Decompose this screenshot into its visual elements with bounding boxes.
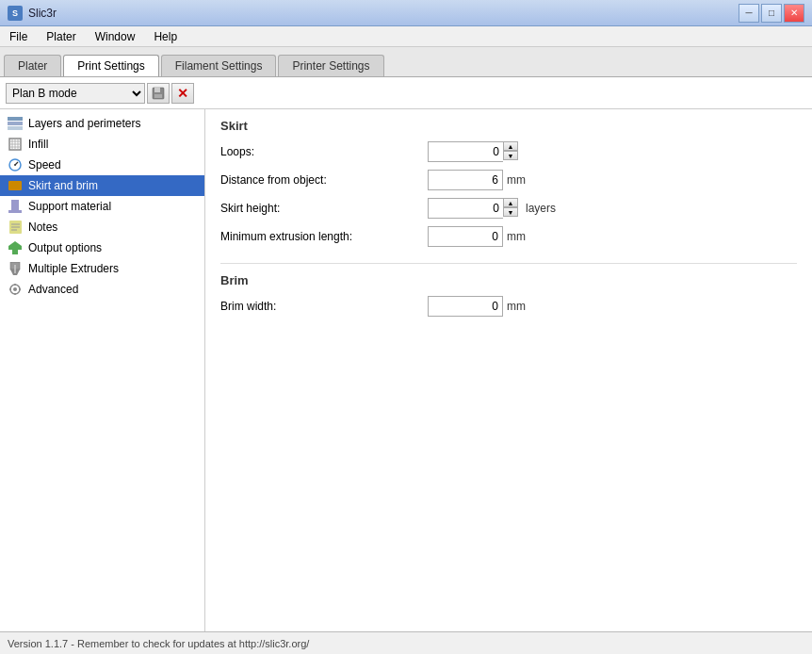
- menu-window[interactable]: Window: [86, 28, 145, 45]
- brim-width-unit: mm: [507, 300, 526, 313]
- output-icon: [8, 240, 23, 255]
- menu-bar: File Plater Window Help: [0, 26, 812, 47]
- content-area: Skirt Loops: ▲ ▼ Distance from object:: [205, 109, 812, 631]
- sidebar-item-layers-and-perimeters[interactable]: Layers and perimeters: [0, 113, 204, 134]
- svg-marker-24: [8, 241, 22, 246]
- brim-section-title: Brim: [220, 273, 797, 287]
- skirt-section-title: Skirt: [220, 119, 797, 133]
- sidebar-label-speed: Speed: [28, 158, 61, 172]
- sidebar-item-multiple-extruders[interactable]: Multiple Extruders: [0, 258, 204, 279]
- skirt-icon: [8, 178, 23, 193]
- distance-input[interactable]: [428, 170, 503, 190]
- svg-point-30: [13, 287, 17, 291]
- loops-spin-group: ▲ ▼: [428, 141, 518, 162]
- infill-icon: [8, 137, 23, 152]
- sidebar-item-output-options[interactable]: Output options: [0, 237, 204, 258]
- min-extrusion-label: Minimum extrusion length:: [220, 230, 428, 243]
- svg-rect-3: [8, 117, 23, 121]
- loops-spinner: ▲ ▼: [503, 141, 518, 162]
- maximize-button[interactable]: □: [761, 4, 782, 23]
- skirt-height-input-wrap: ▲ ▼ layers: [428, 198, 556, 219]
- extruder-icon: [8, 261, 23, 276]
- status-bar: Version 1.1.7 - Remember to check for up…: [0, 631, 812, 654]
- title-bar: S Slic3r ─ □ ✕: [0, 0, 812, 26]
- support-icon: [8, 199, 23, 214]
- app-icon: S: [8, 6, 23, 21]
- svg-point-15: [14, 164, 16, 166]
- tab-printer-settings[interactable]: Printer Settings: [278, 55, 383, 76]
- skirt-height-spinner: ▲ ▼: [503, 198, 518, 219]
- delete-preset-button[interactable]: ✕: [171, 83, 194, 104]
- sidebar-item-infill[interactable]: Infill: [0, 134, 204, 155]
- svg-rect-23: [8, 246, 22, 250]
- notes-icon: [8, 220, 23, 235]
- brim-section: Brim Brim width: mm: [220, 273, 797, 318]
- skirt-section: Skirt Loops: ▲ ▼ Distance from object:: [220, 119, 797, 248]
- speed-icon: [8, 157, 23, 172]
- skirt-height-spin-down[interactable]: ▼: [503, 207, 518, 217]
- skirt-height-unit: layers: [526, 202, 556, 215]
- sidebar-label-output: Output options: [28, 241, 102, 254]
- menu-plater[interactable]: Plater: [37, 28, 85, 45]
- brim-width-row: Brim width: mm: [220, 295, 797, 318]
- status-text: Version 1.1.7 - Remember to check for up…: [8, 638, 309, 649]
- preset-dropdown[interactable]: Plan B mode: [6, 83, 145, 104]
- loops-spin-up[interactable]: ▲: [503, 141, 518, 151]
- sidebar-label-infill: Infill: [28, 138, 48, 151]
- skirt-height-row: Skirt height: ▲ ▼ layers: [220, 197, 797, 220]
- toolbar-row: Plan B mode ✕: [0, 77, 812, 109]
- sidebar-label-support: Support material: [28, 200, 111, 213]
- tab-plater[interactable]: Plater: [4, 55, 61, 76]
- close-button[interactable]: ✕: [784, 4, 804, 23]
- skirt-height-input[interactable]: [428, 198, 503, 219]
- minimize-button[interactable]: ─: [739, 4, 759, 23]
- sidebar-item-speed[interactable]: Speed: [0, 155, 204, 175]
- sidebar-item-support-material[interactable]: Support material: [0, 196, 204, 217]
- sidebar-item-notes[interactable]: Notes: [0, 217, 204, 237]
- svg-rect-16: [8, 181, 22, 190]
- sidebar-label-extruders: Multiple Extruders: [28, 262, 119, 275]
- svg-rect-4: [8, 122, 23, 125]
- svg-rect-5: [8, 126, 23, 130]
- save-preset-button[interactable]: [147, 83, 170, 104]
- svg-rect-1: [154, 88, 160, 92]
- layers-icon: [8, 116, 23, 131]
- distance-unit: mm: [507, 173, 526, 187]
- brim-width-label: Brim width:: [220, 300, 428, 313]
- sidebar-label-layers: Layers and perimeters: [28, 117, 140, 130]
- min-extrusion-row: Minimum extrusion length: mm: [220, 225, 797, 248]
- svg-rect-18: [8, 210, 22, 213]
- section-divider: [220, 263, 797, 264]
- min-extrusion-input-wrap: mm: [428, 226, 526, 247]
- menu-help[interactable]: Help: [144, 28, 187, 45]
- distance-label: Distance from object:: [220, 173, 428, 187]
- tabs-row: Plater Print Settings Filament Settings …: [0, 47, 812, 77]
- loops-input[interactable]: [428, 141, 503, 162]
- skirt-height-label: Skirt height:: [220, 202, 428, 215]
- window-title: Slic3r: [28, 7, 57, 20]
- loops-label: Loops:: [220, 145, 428, 158]
- main-content: Layers and perimeters Infill: [0, 109, 812, 631]
- sidebar-label-skirt: Skirt and brim: [28, 179, 98, 192]
- loops-input-wrap: ▲ ▼: [428, 141, 518, 162]
- skirt-height-spin-up[interactable]: ▲: [503, 198, 518, 207]
- menu-file[interactable]: File: [0, 28, 37, 45]
- loops-row: Loops: ▲ ▼: [220, 140, 797, 163]
- sidebar-item-advanced[interactable]: Advanced: [0, 279, 204, 300]
- svg-rect-25: [12, 250, 18, 254]
- sidebar-label-advanced: Advanced: [28, 283, 78, 296]
- distance-row: Distance from object: mm: [220, 169, 797, 191]
- sidebar: Layers and perimeters Infill: [0, 109, 205, 631]
- sidebar-item-skirt-and-brim[interactable]: Skirt and brim: [0, 175, 204, 196]
- min-extrusion-unit: mm: [507, 230, 526, 243]
- advanced-icon: [8, 282, 23, 297]
- sidebar-label-notes: Notes: [28, 221, 57, 234]
- tab-print-settings[interactable]: Print Settings: [63, 55, 158, 76]
- loops-spin-down[interactable]: ▼: [503, 151, 518, 160]
- min-extrusion-input[interactable]: [428, 226, 503, 247]
- tab-filament-settings[interactable]: Filament Settings: [161, 55, 277, 76]
- skirt-height-spin-group: ▲ ▼: [428, 198, 518, 219]
- window-controls: ─ □ ✕: [739, 4, 804, 23]
- brim-width-input[interactable]: [428, 296, 503, 317]
- distance-input-wrap: mm: [428, 170, 526, 190]
